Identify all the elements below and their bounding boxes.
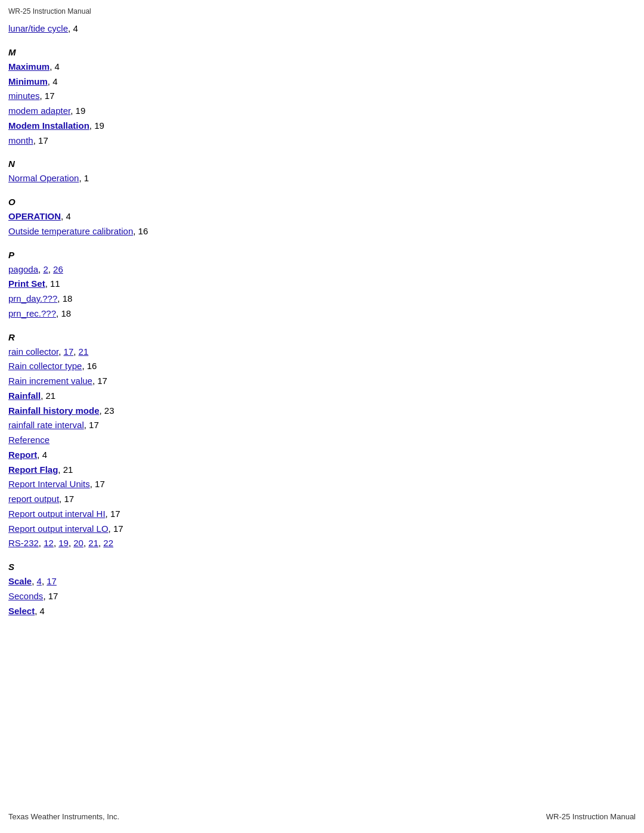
list-item: Report, 4 [8,448,636,463]
list-item: Report Flag, 21 [8,463,636,478]
list-item: prn_day.???, 18 [8,292,636,306]
section-letter-R: R [8,332,636,342]
list-item: Outside temperature calibration, 16 [8,224,636,239]
index-link-outside_temperature_calibration[interactable]: Outside temperature calibration [8,226,133,236]
list-item: Select, 4 [8,604,636,619]
index-page-link-pagoda-26[interactable]: 26 [53,264,63,274]
footer-right: WR-25 Instruction Manual [546,812,636,821]
index-link-report_output[interactable]: report output [8,494,59,504]
list-item: Minimum, 4 [8,75,636,89]
index-link-maximum[interactable]: Maximum [8,61,49,72]
index-page-link-rs-232-22[interactable]: 22 [103,538,113,548]
index-page-link-rain_collector-17[interactable]: 17 [64,346,74,357]
index-link-scale[interactable]: Scale [8,576,32,586]
index-link-modem_installation[interactable]: Modem Installation [8,120,89,131]
index-page-link-scale-17[interactable]: 17 [47,576,57,586]
index-link-reference[interactable]: Reference [8,435,49,445]
index-page-link-rs-232-21[interactable]: 21 [88,538,98,548]
index-link-report_output_interval_hi[interactable]: Report output interval HI [8,509,106,519]
list-item: report output, 17 [8,492,636,507]
index-page-link-rain_collector-21[interactable]: 21 [79,346,89,357]
index-link-rs-232[interactable]: RS-232 [8,538,39,548]
list-item: rainfall rate interval, 17 [8,418,636,433]
header-title: WR-25 Instruction Manual [8,7,91,16]
list-item: Normal Operation, 1 [8,171,636,186]
list-item: modem adapter, 19 [8,104,636,119]
section-letter-N: N [8,159,636,169]
index-link-minimum[interactable]: Minimum [8,76,48,86]
list-item: month, 17 [8,134,636,148]
list-item: Rain collector type, 16 [8,359,636,374]
index-link-seconds[interactable]: Seconds [8,591,43,601]
index-link-rainfall_rate_interval[interactable]: rainfall rate interval [8,420,84,430]
index-link-rain_collector[interactable]: rain collector [8,346,58,357]
index-link-rainfall_history_mode[interactable]: Rainfall history mode [8,405,100,416]
index-link-rainfall[interactable]: Rainfall [8,391,41,401]
list-item: minutes, 17 [8,89,636,104]
index-page-link-scale-4[interactable]: 4 [37,576,42,586]
page-header: WR-25 Instruction Manual [8,7,636,16]
list-item: Rain increment value, 17 [8,374,636,389]
list-item: Report output interval LO, 17 [8,522,636,537]
list-item: Report output interval HI, 17 [8,507,636,522]
list-item: OPERATION, 4 [8,209,636,224]
index-link-prn_day.???[interactable]: prn_day.??? [8,293,57,304]
list-item: Print Set, 11 [8,277,636,292]
index-link-report_flag[interactable]: Report Flag [8,465,58,475]
list-item: Reference [8,433,636,448]
section-letter-P: P [8,250,636,260]
list-item: rain collector, 17, 21 [8,345,636,360]
index-page-link-rs-232-19[interactable]: 19 [58,538,69,548]
index-link-rain_increment_value[interactable]: Rain increment value [8,376,92,386]
section-letter-M: M [8,47,636,57]
list-item: pagoda, 2, 26 [8,262,636,277]
index-page-link-rs-232-20[interactable]: 20 [73,538,83,548]
index-link-minutes[interactable]: minutes [8,91,40,101]
list-item: lunar/tide cycle, 4 [8,21,636,36]
list-item: Rainfall history mode, 23 [8,404,636,419]
list-item: Maximum, 4 [8,60,636,75]
list-item: Report Interval Units, 17 [8,477,636,492]
list-item: prn_rec.???, 18 [8,306,636,321]
index-link-operation[interactable]: OPERATION [8,211,61,221]
list-item: RS-232, 12, 19, 20, 21, 22 [8,536,636,551]
index-link-lunar/tide_cycle[interactable]: lunar/tide cycle [8,23,68,33]
index-link-print_set[interactable]: Print Set [8,278,45,289]
section-letter-O: O [8,197,636,207]
index-link-report_output_interval_lo[interactable]: Report output interval LO [8,524,109,534]
page-footer: Texas Weather Instruments, Inc. WR-25 In… [8,812,636,821]
index-page-link-pagoda-2[interactable]: 2 [43,264,48,274]
index-link-pagoda[interactable]: pagoda [8,264,38,274]
index-link-modem_adapter[interactable]: modem adapter [8,106,70,116]
section-letter-S: S [8,562,636,572]
index-link-report[interactable]: Report [8,450,37,460]
index-link-month[interactable]: month [8,135,33,145]
footer-left: Texas Weather Instruments, Inc. [8,812,119,821]
index-link-rain_collector_type[interactable]: Rain collector type [8,361,82,371]
index-page-link-rs-232-12[interactable]: 12 [44,538,54,548]
list-item: Rainfall, 21 [8,389,636,404]
list-item: Modem Installation, 19 [8,119,636,134]
index-link-prn_rec.???[interactable]: prn_rec.??? [8,308,56,318]
index-link-select[interactable]: Select [8,606,35,616]
list-item: Scale, 4, 17 [8,574,636,589]
index-link-normal_operation[interactable]: Normal Operation [8,173,79,183]
index-container: lunar/tide cycle, 4MMaximum, 4Minimum, 4… [8,21,636,618]
index-link-report_interval_units[interactable]: Report Interval Units [8,479,90,489]
list-item: Seconds, 17 [8,589,636,604]
